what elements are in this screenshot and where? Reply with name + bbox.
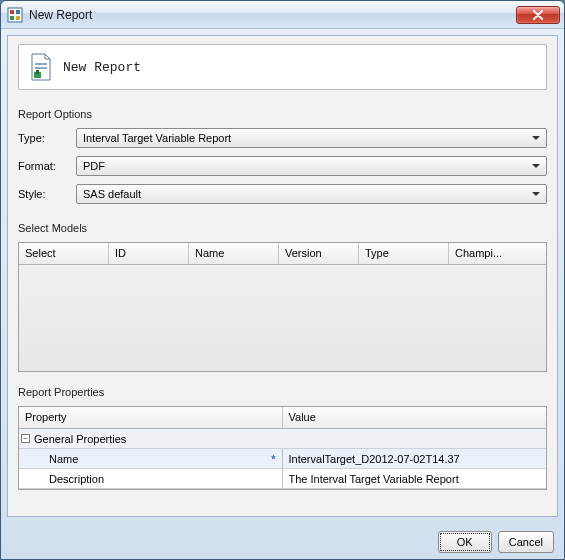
app-icon — [7, 7, 23, 23]
select-models-label: Select Models — [18, 222, 547, 234]
models-table-header: Select ID Name Version Type Champi... — [19, 243, 546, 265]
type-row: Type: Interval Target Variable Report — [18, 128, 547, 148]
collapse-icon[interactable]: − — [21, 434, 30, 443]
models-table: Select ID Name Version Type Champi... — [18, 242, 547, 372]
dialog-title: New Report — [63, 60, 141, 75]
titlebar: New Report — [1, 1, 564, 29]
property-name-cell: Name * — [19, 449, 283, 468]
ok-button[interactable]: OK — [438, 531, 492, 553]
chevron-down-icon — [532, 164, 540, 168]
chevron-down-icon — [532, 136, 540, 140]
col-value[interactable]: Value — [283, 407, 547, 428]
report-properties-label: Report Properties — [18, 386, 547, 398]
report-options-label: Report Options — [18, 108, 547, 120]
property-name-value[interactable]: IntervalTarget_D2012-07-02T14.37 — [283, 449, 547, 468]
svg-rect-6 — [35, 67, 47, 69]
type-dropdown[interactable]: Interval Target Variable Report — [76, 128, 547, 148]
format-dropdown[interactable]: PDF — [76, 156, 547, 176]
type-label: Type: — [18, 132, 70, 144]
new-report-dialog: New Report New Report Report Options — [0, 0, 565, 560]
col-name[interactable]: Name — [189, 243, 279, 264]
cancel-label: Cancel — [509, 536, 543, 548]
group-label: General Properties — [34, 433, 126, 445]
window-title: New Report — [29, 8, 516, 22]
col-version[interactable]: Version — [279, 243, 359, 264]
dialog-header: New Report — [18, 44, 547, 90]
group-general-properties[interactable]: − General Properties — [19, 429, 546, 449]
property-desc-value[interactable]: The Interval Target Variable Report — [283, 469, 547, 488]
dialog-buttons: OK Cancel — [1, 523, 564, 559]
property-desc-label: Description — [49, 473, 104, 485]
svg-rect-8 — [36, 70, 39, 74]
svg-rect-5 — [35, 63, 47, 65]
chevron-down-icon — [532, 192, 540, 196]
style-value: SAS default — [83, 188, 532, 200]
cancel-button[interactable]: Cancel — [498, 531, 554, 553]
svg-rect-2 — [16, 10, 20, 14]
models-table-body[interactable] — [19, 265, 546, 371]
properties-table: Property Value − General Properties Name… — [18, 406, 547, 490]
close-button[interactable] — [516, 6, 560, 24]
col-champion[interactable]: Champi... — [449, 243, 546, 264]
type-value: Interval Target Variable Report — [83, 132, 532, 144]
col-select[interactable]: Select — [19, 243, 109, 264]
format-row: Format: PDF — [18, 156, 547, 176]
properties-table-header: Property Value — [19, 407, 546, 429]
col-property[interactable]: Property — [19, 407, 283, 428]
document-icon — [29, 53, 53, 81]
col-type[interactable]: Type — [359, 243, 449, 264]
style-row: Style: SAS default — [18, 184, 547, 204]
svg-rect-4 — [16, 16, 20, 20]
format-label: Format: — [18, 160, 70, 172]
format-value: PDF — [83, 160, 532, 172]
svg-rect-3 — [10, 16, 14, 20]
client-area: New Report Report Options Type: Interval… — [7, 35, 558, 517]
ok-label: OK — [457, 536, 473, 548]
style-label: Style: — [18, 188, 70, 200]
required-star-icon: * — [271, 453, 275, 465]
close-icon — [532, 10, 544, 20]
property-row-name[interactable]: Name * IntervalTarget_D2012-07-02T14.37 — [19, 449, 546, 469]
svg-rect-1 — [10, 10, 14, 14]
col-id[interactable]: ID — [109, 243, 189, 264]
property-row-description[interactable]: Description The Interval Target Variable… — [19, 469, 546, 489]
style-dropdown[interactable]: SAS default — [76, 184, 547, 204]
property-desc-cell: Description — [19, 469, 283, 488]
property-name-label: Name — [49, 453, 78, 465]
